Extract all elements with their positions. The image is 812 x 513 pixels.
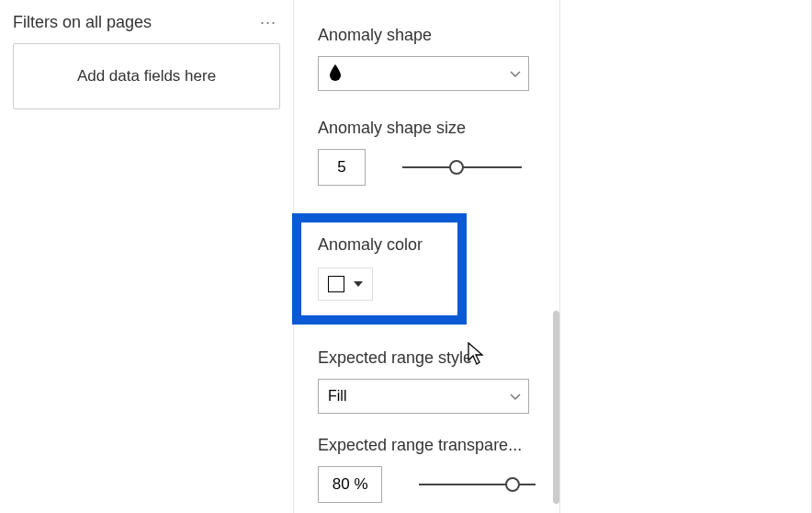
transparency-row: 80 % [318, 466, 536, 503]
color-swatch [328, 276, 344, 292]
anomaly-shape-size-label: Anomaly shape size [318, 119, 536, 138]
chevron-down-icon [502, 57, 528, 92]
anomaly-shape-select[interactable] [318, 56, 529, 91]
slider-thumb[interactable] [505, 477, 520, 492]
expected-range-transparency-label: Expected range transpare... [318, 436, 536, 455]
anomaly-shape-size-group: Anomaly shape size 5 [318, 119, 536, 186]
canvas-area [560, 0, 812, 513]
expected-range-style-select[interactable]: Fill [318, 379, 529, 414]
shape-size-row: 5 [318, 149, 536, 186]
anomaly-shape-label: Anomaly shape [318, 26, 536, 45]
expected-range-style-label: Expected range style [318, 348, 536, 368]
format-panel: Anomaly shape Anomaly shape size 5 Anoma… [294, 0, 560, 513]
expected-range-style-value: Fill [328, 388, 346, 405]
anomaly-color-group-highlighted: Anomaly color [292, 213, 467, 325]
shape-size-slider[interactable] [402, 149, 522, 186]
chevron-down-icon [502, 380, 528, 415]
anomaly-shape-group: Anomaly shape [318, 26, 536, 91]
add-data-fields-dropzone[interactable]: Add data fields here [13, 43, 280, 109]
anomaly-color-label: Anomaly color [318, 235, 445, 255]
more-options-icon[interactable]: ··· [256, 13, 280, 32]
droplet-icon [328, 63, 343, 85]
filters-header: Filters on all pages ··· [13, 13, 280, 32]
transparency-input[interactable]: 80 % [318, 466, 382, 503]
shape-size-input[interactable]: 5 [318, 149, 366, 186]
slider-thumb[interactable] [449, 160, 464, 175]
add-fields-placeholder: Add data fields here [77, 67, 216, 86]
expected-range-style-group: Expected range style Fill [318, 348, 536, 414]
caret-down-icon [354, 281, 363, 287]
filters-panel: Filters on all pages ··· Add data fields… [0, 0, 294, 513]
scrollbar[interactable] [553, 311, 559, 504]
transparency-slider[interactable] [419, 466, 536, 503]
filters-title: Filters on all pages [13, 13, 152, 32]
anomaly-color-picker[interactable] [318, 268, 373, 301]
expected-range-transparency-group: Expected range transpare... 80 % [318, 436, 536, 503]
